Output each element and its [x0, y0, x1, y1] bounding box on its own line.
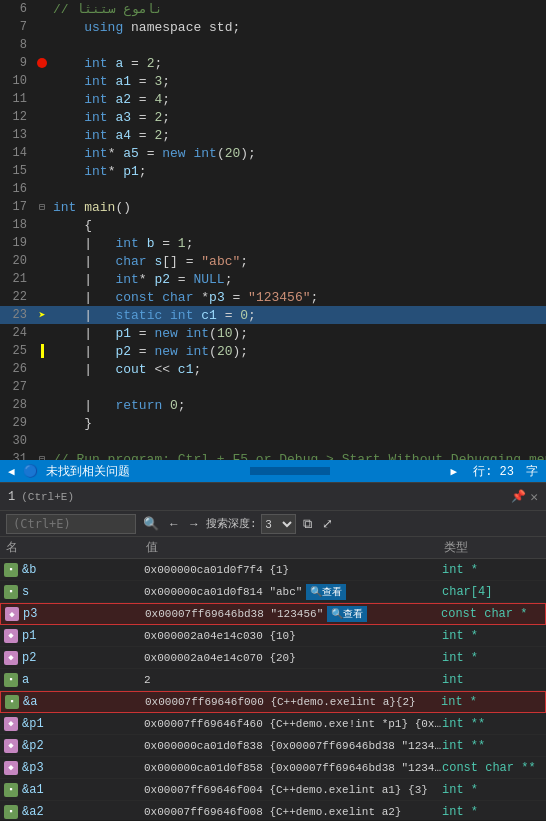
close-icon[interactable]: ✕	[530, 489, 538, 505]
code-line-28: 28 | return 0;	[0, 396, 546, 414]
var-icon: ▪	[5, 695, 19, 709]
var-name: ◆ &p1	[4, 717, 144, 731]
val-cell: 0x000000ca01d0f838 {0x00007ff69646bd38 "…	[144, 740, 442, 752]
var-name: ◆ p2	[4, 651, 144, 665]
code-line-23: 23 ➤ | static int c1 = 0;	[0, 306, 546, 324]
code-line-30: 30	[0, 432, 546, 450]
code-line-15: 15 int* p1;	[0, 162, 546, 180]
code-line-29: 29 }	[0, 414, 546, 432]
table-row: ▪ &b 0x000000ca01d0f7f4 {1} int *	[0, 559, 546, 581]
table-row: ▪ s 0x000000ca01d0f814 "abc" 🔍查看 char[4]	[0, 581, 546, 603]
var-name: ▪ a	[4, 673, 144, 687]
var-icon: ◆	[4, 717, 18, 731]
val-cell: 0x000000ca01d0f814 "abc" 🔍查看	[144, 584, 442, 600]
code-line-14: 14 int* a5 = new int(20);	[0, 144, 546, 162]
panel-title-area: 1 (Ctrl+E)	[8, 490, 74, 504]
table-row: ◆ &p2 0x000000ca01d0f838 {0x00007ff69646…	[0, 735, 546, 757]
nav-right-arrow: ▶	[451, 465, 458, 478]
table-row: ▪ &a1 0x00007ff69646f004 {C++demo.exelin…	[0, 779, 546, 801]
debug-header: 1 (Ctrl+E) 📌 ✕	[0, 483, 546, 511]
var-name-text: &p3	[22, 761, 44, 775]
depth-select[interactable]: 3 1 2 4 5	[261, 514, 296, 534]
type-cell: int	[442, 673, 542, 687]
debug-toolbar: 🔍 ← → 搜索深度: 3 1 2 4 5 ⧉ ⤢	[0, 511, 546, 537]
var-name-text: &a2	[22, 805, 44, 819]
var-icon: ▪	[4, 783, 18, 797]
table-row: ▪ &a 0x00007ff69646f000 {C++demo.exelint…	[0, 691, 546, 713]
table-row: ▪ &a2 0x00007ff69646f008 {C++demo.exelin…	[0, 801, 546, 820]
depth-label: 搜索深度:	[206, 516, 257, 531]
var-icon: ◆	[4, 651, 18, 665]
back-button[interactable]: ←	[166, 517, 182, 531]
view-button[interactable]: 🔍查看	[327, 606, 367, 622]
search-box: 🔍 ← → 搜索深度: 3 1 2 4 5 ⧉ ⤢	[6, 514, 540, 534]
val-cell: 0x00007ff69646f000 {C++demo.exelint a}{2…	[145, 696, 441, 708]
var-name: ▪ &a	[5, 695, 145, 709]
table-row: ◆ p3 0x00007ff69646bd38 "123456" 🔍查看 con…	[0, 603, 546, 625]
view-button[interactable]: 🔍查看	[306, 584, 346, 600]
val-cell: 0x000002a04e14c030 {10}	[144, 630, 442, 642]
table-row: ▪ a 2 int	[0, 669, 546, 691]
code-line-31: 31 ⊟ // Run program: Ctrl + F5 or Debug …	[0, 450, 546, 460]
code-line-11: 11 int a2 = 4;	[0, 90, 546, 108]
search-button[interactable]: 🔍	[140, 517, 162, 530]
type-cell: int *	[442, 783, 542, 797]
type-cell: int *	[442, 563, 542, 577]
code-line-27: 27	[0, 378, 546, 396]
var-icon: ▪	[4, 563, 18, 577]
col-value[interactable]: 值	[144, 539, 442, 556]
val-cell: 0x00007ff69646bd38 "123456" 🔍查看	[145, 606, 441, 622]
var-icon: ▪	[4, 805, 18, 819]
code-line-21: 21 | int* p2 = NULL;	[0, 270, 546, 288]
code-line-17: 17 ⊟ int main()	[0, 198, 546, 216]
var-name: ▪ s	[4, 585, 144, 599]
type-cell: char[4]	[442, 585, 542, 599]
var-name: ◆ p3	[5, 607, 145, 621]
type-cell: int *	[442, 805, 542, 819]
var-name-text: &p1	[22, 717, 44, 731]
code-line-13: 13 int a4 = 2;	[0, 126, 546, 144]
var-name: ◆ p1	[4, 629, 144, 643]
var-icon: ▪	[4, 673, 18, 687]
val-cell: 0x000000ca01d0f858 {0x00007ff69646bd38 "…	[144, 762, 442, 774]
type-cell: int *	[442, 651, 542, 665]
ctrl-label: (Ctrl+E)	[21, 491, 74, 503]
copy-button[interactable]: ⧉	[300, 517, 315, 530]
code-line-24: 24 | p1 = new int(10);	[0, 324, 546, 342]
table-row: ◆ &p1 0x00007ff69646f460 {C++demo.exe!in…	[0, 713, 546, 735]
search-input[interactable]	[6, 514, 136, 534]
code-line-8: 8	[0, 36, 546, 54]
code-lines: 6 // ناموع ستنثا 7 using namespace std; …	[0, 0, 546, 460]
val-cell: 0x000000ca01d0f7f4 {1}	[144, 564, 442, 576]
debug-panel: 1 (Ctrl+E) 📌 ✕ 🔍 ← → 搜索深度: 3 1 2 4 5 ⧉ ⤢…	[0, 482, 546, 820]
code-line-10: 10 int a1 = 3;	[0, 72, 546, 90]
type-cell: int **	[442, 717, 542, 731]
type-cell: int *	[442, 629, 542, 643]
var-icon: ◆	[4, 761, 18, 775]
code-line-26: 26 | cout << c1;	[0, 360, 546, 378]
var-name-text: &b	[22, 563, 36, 577]
breakpoint-9	[37, 58, 47, 68]
file-nav-left: ◀	[8, 465, 15, 478]
type-cell: const char **	[442, 761, 542, 775]
var-name-text: p3	[23, 607, 37, 621]
val-cell: 0x00007ff69646f004 {C++demo.exelint a1} …	[144, 784, 442, 796]
editor-area: 6 // ناموع ستنثا 7 using namespace std; …	[0, 0, 546, 460]
pin-icon[interactable]: 📌	[511, 489, 526, 504]
code-line-9: 9 int a = 2;	[0, 54, 546, 72]
var-icon: ◆	[5, 607, 19, 621]
code-line-16: 16	[0, 180, 546, 198]
col-type[interactable]: 类型	[442, 539, 542, 556]
val-cell: 0x000002a04e14c070 {20}	[144, 652, 442, 664]
col-name[interactable]: 名	[4, 539, 144, 556]
code-line-19: 19 | int b = 1;	[0, 234, 546, 252]
type-cell: const char *	[441, 607, 541, 621]
line-info: 行: 23	[473, 463, 514, 480]
scrollbar-thumb	[250, 467, 330, 475]
val-cell: 0x00007ff69646f008 {C++demo.exelint a2}	[144, 806, 442, 818]
code-line-12: 12 int a3 = 2;	[0, 108, 546, 126]
code-line-7: 7 using namespace std;	[0, 18, 546, 36]
expand-button[interactable]: ⤢	[319, 517, 336, 530]
var-name: ◆ &p3	[4, 761, 144, 775]
forward-button[interactable]: →	[186, 517, 202, 531]
